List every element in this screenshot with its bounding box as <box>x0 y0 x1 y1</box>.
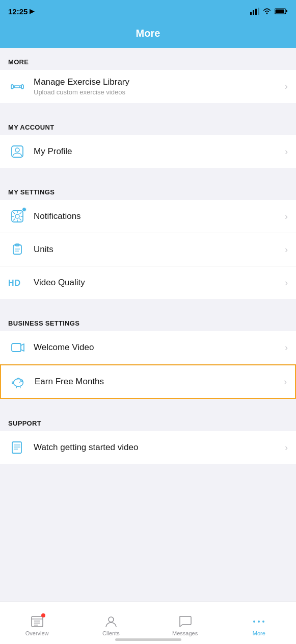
status-time: 12:25 ▶ <box>8 7 34 16</box>
nav-label-more: More <box>253 630 265 636</box>
more-nav-icon <box>252 614 266 629</box>
svg-rect-2 <box>255 9 257 15</box>
location-icon: ▶ <box>30 8 34 15</box>
piggy-icon <box>9 373 28 391</box>
chevron-icon: › <box>285 81 288 92</box>
chevron-icon: › <box>285 442 288 453</box>
notification-badge <box>22 207 26 212</box>
gear-icon <box>8 207 26 226</box>
svg-rect-3 <box>258 8 259 15</box>
svg-line-21 <box>14 213 15 214</box>
svg-rect-12 <box>21 85 23 89</box>
item-label-watch-getting-started: Watch getting started video <box>34 442 285 453</box>
clients-icon <box>104 614 118 629</box>
svg-rect-7 <box>276 10 284 13</box>
status-icons <box>250 8 288 15</box>
svg-line-23 <box>20 213 21 214</box>
menu-item-watch-getting-started[interactable]: Watch getting started video › <box>0 431 296 464</box>
main-content: MORE Manage Exercise Library Upload cust… <box>0 48 296 515</box>
svg-point-4 <box>266 13 268 14</box>
menu-item-earn-free-months[interactable]: Earn Free Months › <box>0 364 296 399</box>
menu-item-my-profile[interactable]: My Profile › <box>0 135 296 168</box>
svg-rect-10 <box>15 86 20 88</box>
item-content-earn-free-months: Earn Free Months <box>35 377 284 387</box>
nav-label-overview: Overview <box>25 630 49 636</box>
section-my-account: MY ACCOUNT My Profile › <box>0 113 296 168</box>
item-content-video-quality: Video Quality <box>34 278 285 288</box>
section-items-business-settings: Welcome Video › <box>0 331 296 399</box>
signal-icon <box>250 8 259 15</box>
svg-point-47 <box>258 621 260 623</box>
chevron-icon: › <box>285 244 288 255</box>
item-label-welcome-video: Welcome Video <box>34 342 285 353</box>
svg-point-48 <box>262 621 264 623</box>
item-label-exercise-library: Manage Exercise Library <box>34 77 285 87</box>
hd-icon: HD <box>8 274 26 292</box>
section-support: SUPPORT Watch getting started video › <box>0 409 296 464</box>
item-content-units: Units <box>34 244 285 255</box>
svg-rect-30 <box>12 343 21 352</box>
menu-item-welcome-video[interactable]: Welcome Video › <box>0 331 296 364</box>
svg-line-22 <box>20 219 21 220</box>
svg-rect-6 <box>286 10 288 12</box>
svg-point-46 <box>253 621 255 623</box>
svg-point-35 <box>19 382 20 383</box>
messages-icon <box>178 614 192 629</box>
time-display: 12:25 <box>8 7 28 16</box>
battery-icon <box>275 8 288 15</box>
section-more: MORE Manage Exercise Library Upload cust… <box>0 48 296 103</box>
section-items-more: Manage Exercise Library Upload custom ex… <box>0 70 296 103</box>
item-content-notifications: Notifications <box>34 211 285 221</box>
section-business-settings: BUSINESS SETTINGS Welcome Video › <box>0 309 296 399</box>
menu-item-notifications[interactable]: Notifications › <box>0 200 296 233</box>
item-label-video-quality: Video Quality <box>34 278 285 288</box>
nav-label-messages: Messages <box>172 630 198 636</box>
home-indicator <box>115 638 181 641</box>
item-content-my-profile: My Profile <box>34 146 285 157</box>
item-label-my-profile: My Profile <box>34 146 285 157</box>
overview-icon <box>30 614 44 629</box>
section-items-my-account: My Profile › <box>0 135 296 168</box>
profile-icon <box>8 142 26 161</box>
section-items-my-settings: Notifications › Units › <box>0 200 296 299</box>
chevron-icon: › <box>285 278 288 288</box>
svg-rect-36 <box>12 442 21 453</box>
menu-item-manage-exercise-library[interactable]: Manage Exercise Library Upload custom ex… <box>0 70 296 103</box>
nav-label-clients: Clients <box>102 630 120 636</box>
wifi-icon <box>262 8 272 15</box>
section-header-my-account: MY ACCOUNT <box>0 113 296 135</box>
chevron-icon: › <box>285 146 288 157</box>
book-icon <box>8 438 26 457</box>
svg-point-16 <box>15 214 19 218</box>
item-content-welcome-video: Welcome Video <box>34 342 285 353</box>
section-header-support: SUPPORT <box>0 409 296 431</box>
svg-rect-1 <box>253 10 254 15</box>
svg-point-32 <box>21 380 23 382</box>
chevron-icon: › <box>285 342 288 353</box>
section-header-business-settings: BUSINESS SETTINGS <box>0 309 296 331</box>
section-my-settings: MY SETTINGS <box>0 178 296 299</box>
item-sublabel-exercise-library: Upload custom exercise videos <box>34 88 285 96</box>
item-label-notifications: Notifications <box>34 211 285 221</box>
dumbbell-icon <box>8 78 26 96</box>
menu-item-units[interactable]: Units › <box>0 233 296 266</box>
nav-item-overview[interactable]: Overview <box>0 602 74 644</box>
overview-badge <box>41 613 45 617</box>
svg-point-14 <box>15 148 19 152</box>
nav-item-clients[interactable]: Clients <box>74 602 148 644</box>
svg-point-45 <box>109 617 114 622</box>
nav-item-more[interactable]: More <box>222 602 296 644</box>
svg-line-24 <box>14 219 15 220</box>
chevron-icon: › <box>285 211 288 222</box>
item-content-exercise-library: Manage Exercise Library Upload custom ex… <box>34 77 285 96</box>
svg-rect-0 <box>250 12 252 15</box>
page-header: More <box>0 22 296 48</box>
nav-item-messages[interactable]: Messages <box>148 602 222 644</box>
section-items-support: Watch getting started video › <box>0 431 296 464</box>
page-title: More <box>136 28 160 39</box>
bottom-navigation: Overview Clients Messages More <box>0 602 296 644</box>
section-header-my-settings: MY SETTINGS <box>0 178 296 200</box>
svg-text:HD: HD <box>8 279 21 287</box>
item-content-watch-getting-started: Watch getting started video <box>34 442 285 453</box>
menu-item-video-quality[interactable]: HD Video Quality › <box>0 266 296 299</box>
